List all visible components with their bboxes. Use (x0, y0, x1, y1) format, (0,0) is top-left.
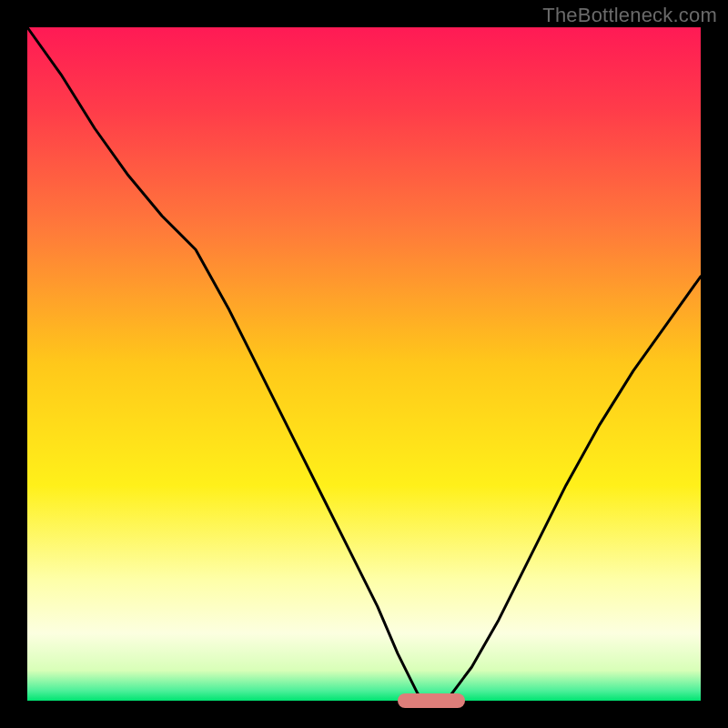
optimal-range-marker (398, 693, 465, 708)
bottleneck-chart (0, 0, 728, 728)
plot-background (27, 27, 701, 701)
chart-frame (0, 0, 728, 728)
watermark-text: TheBottleneck.com (542, 4, 717, 27)
